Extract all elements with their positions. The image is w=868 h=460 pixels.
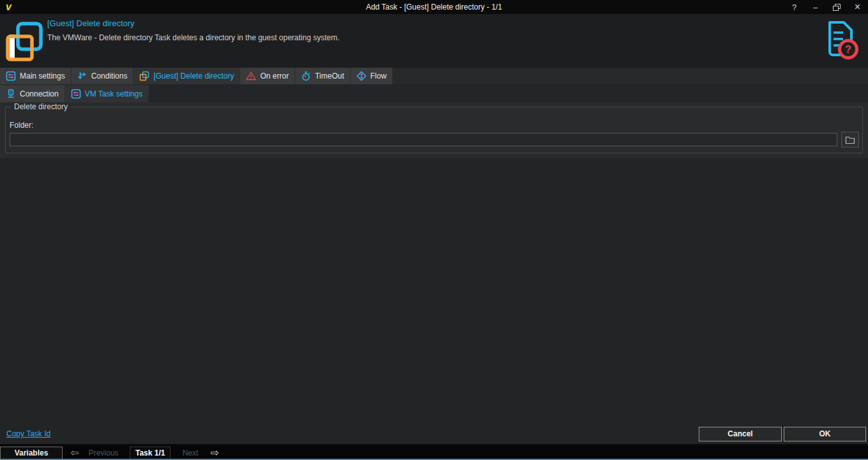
warning-triangle-icon: [246, 71, 256, 81]
ok-button[interactable]: OK: [784, 427, 866, 441]
tab-connection[interactable]: Connection: [0, 85, 65, 102]
connection-plug-icon: [6, 89, 16, 99]
tab-timeout[interactable]: TimeOut: [295, 68, 351, 84]
minimize-button[interactable]: –: [805, 0, 826, 14]
tab-vm-task-settings[interactable]: VM Task settings: [65, 85, 149, 102]
browse-folder-button[interactable]: [841, 132, 859, 148]
window-controls: ? – ×: [784, 0, 868, 14]
settings-sliders-icon: [71, 89, 81, 99]
flow-diamond-icon: [356, 71, 367, 81]
add-task-dialog: v Add Task - [Guest] Delete directory - …: [0, 0, 868, 460]
tab-label: VM Task settings: [85, 89, 142, 98]
dialog-body: [0, 158, 868, 444]
delete-directory-groupbox: Delete directory Folder:: [5, 107, 863, 153]
folder-input[interactable]: [10, 133, 837, 146]
overlapping-squares-icon: [139, 71, 149, 81]
next-button[interactable]: Next: [176, 446, 204, 460]
window-title: Add Task - [Guest] Delete directory - 1/…: [0, 0, 868, 14]
groupbox-title: Delete directory: [11, 102, 71, 112]
folder-label: Folder:: [10, 121, 33, 130]
tab-main-settings[interactable]: Main settings: [0, 68, 72, 84]
restore-icon: [833, 4, 841, 11]
copy-task-id-link[interactable]: Copy Task Id: [6, 429, 50, 438]
tab-label: Flow: [370, 72, 386, 80]
tab-label: TimeOut: [315, 72, 344, 80]
svg-text:?: ?: [845, 44, 851, 55]
task-description: The VMWare - Delete directory Task delet…: [47, 33, 340, 43]
task-header: [Guest] Delete directory The VMWare - De…: [0, 14, 868, 68]
help-button[interactable]: ?: [784, 0, 805, 14]
tab-label: Conditions: [91, 72, 128, 80]
vmware-task-icon: [4, 19, 43, 63]
statusbar: Variables ⇦ Previous Task 1/1 Next ⇨: [0, 446, 868, 460]
previous-arrow-icon[interactable]: ⇦: [70, 446, 79, 460]
tab-label: Connection: [20, 89, 59, 98]
titlebar: v Add Task - [Guest] Delete directory - …: [0, 0, 868, 14]
cancel-button[interactable]: Cancel: [699, 427, 782, 441]
task-header-text: [Guest] Delete directory The VMWare - De…: [47, 18, 340, 43]
tab-on-error[interactable]: On error: [240, 68, 295, 84]
task-title: [Guest] Delete directory: [47, 18, 340, 29]
close-button[interactable]: ×: [847, 0, 868, 14]
stopwatch-icon: [301, 71, 311, 81]
tab-label: [Guest] Delete directory: [153, 72, 234, 80]
vm-task-settings-panel: Delete directory Folder:: [0, 102, 868, 158]
settings-sliders-icon: [6, 71, 16, 81]
secondary-tabstrip: Connection VM Task settings: [0, 85, 868, 102]
task-help-doc-icon[interactable]: ?: [820, 19, 860, 63]
tab-label: Main settings: [20, 72, 65, 80]
folder-icon: [845, 135, 855, 144]
tab-conditions[interactable]: Conditions: [72, 68, 134, 84]
branch-arrow-icon: [77, 71, 88, 81]
task-counter: Task 1/1: [130, 447, 171, 459]
previous-button[interactable]: Previous: [86, 446, 121, 460]
tab-label: On error: [260, 72, 289, 80]
tab-flow[interactable]: Flow: [351, 68, 393, 84]
variables-button[interactable]: Variables: [0, 447, 63, 459]
next-arrow-icon[interactable]: ⇨: [211, 446, 219, 460]
tab-guest-delete-directory[interactable]: [Guest] Delete directory: [133, 68, 240, 84]
restore-button[interactable]: [826, 0, 847, 14]
primary-tabstrip: Main settings Conditions [Guest] Delete …: [0, 68, 868, 85]
